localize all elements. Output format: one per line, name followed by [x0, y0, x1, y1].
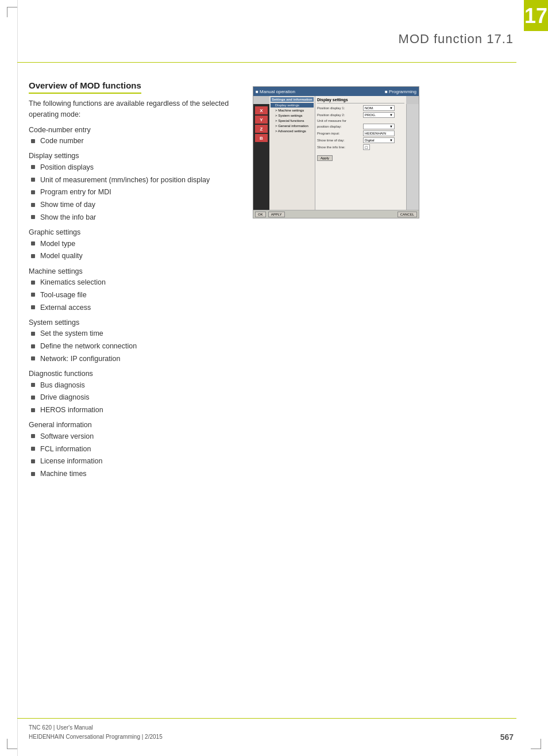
category-list-2: Model typeModel quality	[29, 237, 241, 263]
main-content: Overview of MOD functions The following …	[29, 80, 514, 480]
categories-container: Code-number entryCode numberDisplay sett…	[29, 126, 241, 481]
list-item-2-1: Model quality	[29, 250, 241, 263]
footer-page-number: 567	[500, 732, 514, 742]
field-unit-value: position display: ▼	[317, 124, 404, 129]
list-item-1-1: Unit of measurement (mm/inches) for posi…	[29, 174, 241, 186]
corner-mark-br	[531, 739, 541, 749]
axis-y: Y	[255, 116, 268, 124]
left-column: Overview of MOD functions The following …	[29, 80, 241, 480]
two-col-layout: Overview of MOD functions The following …	[29, 80, 514, 480]
chapter-tab: 17	[524, 0, 548, 31]
screenshot-pos-display: X Y Z B	[253, 104, 269, 210]
field-unit-label: Unit of measure for	[317, 119, 404, 122]
list-item-5-2: HEROS information	[29, 404, 241, 417]
sidebar-advanced-settings[interactable]: > Advanced settings	[271, 129, 314, 133]
list-item-4-2: Network: IP configuration	[29, 352, 241, 365]
dropdown-unit[interactable]: ▼	[363, 124, 395, 129]
ok-button[interactable]: OK	[255, 212, 266, 217]
apply-bottom-button[interactable]: APPLY	[268, 212, 285, 217]
screenshot-titlebar: ■ Manual operation ■ Programming	[253, 87, 419, 96]
list-item-4-1: Define the network connection	[29, 340, 241, 353]
screenshot-title-text: ■ Manual operation	[256, 89, 295, 94]
field-pos-display-2: Position display 2: PROG.▼	[317, 112, 404, 118]
category-list-5: Bus diagnosisDrive diagnosisHEROS inform…	[29, 379, 241, 416]
list-item-6-0: Software version	[29, 430, 241, 443]
intro-text: The following functions are available re…	[29, 98, 241, 120]
screenshot-tab-text: ■ Programming	[385, 89, 416, 94]
header-rule	[17, 62, 516, 63]
input-program[interactable]: HEIDENHAIN	[363, 131, 395, 136]
page-footer: TNC 620 | User's Manual HEIDENHAIN Conve…	[29, 723, 514, 742]
screenshot-sidebar: Settings and information Display setting…	[269, 96, 315, 210]
list-item-6-2: License information	[29, 455, 241, 468]
apply-button[interactable]: Apply	[317, 155, 333, 161]
section-heading: Overview of MOD functions	[29, 80, 141, 94]
footer-rule	[17, 718, 516, 719]
category-label-1: Display settings	[29, 152, 241, 160]
category-label-3: Machine settings	[29, 267, 241, 275]
screenshot-right-panel	[406, 104, 419, 210]
category-label-0: Code-number entry	[29, 126, 241, 134]
page-title: MOD function 17.1	[399, 32, 514, 47]
footer-line2: HEIDENHAIN Conversational Programming | …	[29, 732, 163, 742]
sidebar-settings-label: Settings and information	[271, 97, 314, 102]
category-label-2: Graphic settings	[29, 228, 241, 236]
footer-left: TNC 620 | User's Manual HEIDENHAIN Conve…	[29, 723, 163, 742]
list-item-3-0: Kinematics selection	[29, 277, 241, 289]
category-list-4: Set the system timeDefine the network co…	[29, 328, 241, 365]
field-info-line: Show the info line: ☐	[317, 144, 404, 150]
axis-z: Z	[255, 125, 268, 133]
list-item-4-0: Set the system time	[29, 328, 241, 340]
category-label-5: Diagnostic functions	[29, 370, 241, 378]
screenshot-main-panel: Display settings Position display 1: NOM…	[315, 96, 406, 210]
axis-b: B	[255, 134, 268, 142]
list-item-1-4: Show the info bar	[29, 211, 241, 224]
sidebar-machine-settings[interactable]: > Machine settings	[271, 108, 314, 113]
page-header: MOD function 17.1	[399, 32, 514, 47]
dropdown-pos-display-1[interactable]: NOM.▼	[363, 105, 395, 111]
field-show-time: Show time of day: Digital▼	[317, 137, 404, 143]
axis-x: X	[255, 106, 268, 114]
list-item-3-2: External access	[29, 301, 241, 314]
cancel-button[interactable]: CANCEL	[398, 212, 417, 217]
list-item-0-0: Code number	[29, 135, 241, 148]
list-item-1-2: Program entry for MDI	[29, 186, 241, 199]
list-item-5-0: Bus diagnosis	[29, 379, 241, 392]
category-list-0: Code number	[29, 135, 241, 148]
list-item-1-3: Show time of day	[29, 199, 241, 212]
list-item-6-1: FCL information	[29, 443, 241, 455]
dropdown-time[interactable]: Digital▼	[363, 137, 395, 143]
right-column: ■ Manual operation ■ Programming X Y Z B	[253, 80, 514, 480]
screenshot-panel-title: Display settings	[317, 98, 404, 103]
category-list-6: Software versionFCL informationLicense i…	[29, 430, 241, 480]
left-border	[17, 0, 18, 756]
list-item-3-1: Tool-usage file	[29, 289, 241, 301]
category-label-4: System settings	[29, 318, 241, 327]
corner-mark-tl	[7, 7, 17, 17]
dropdown-pos-display-2[interactable]: PROG.▼	[363, 112, 395, 118]
field-pos-display-1: Position display 1: NOM.▼	[317, 105, 404, 111]
list-item-5-1: Drive diagnosis	[29, 392, 241, 404]
screenshot-bottom-bar: OK APPLY CANCEL	[253, 210, 419, 218]
category-list-1: Position displaysUnit of measurement (mm…	[29, 161, 241, 224]
screenshot: ■ Manual operation ■ Programming X Y Z B	[253, 86, 419, 218]
sidebar-general-info[interactable]: > General information	[271, 124, 314, 128]
list-item-6-3: Machine times	[29, 468, 241, 481]
footer-line1: TNC 620 | User's Manual	[29, 723, 163, 732]
list-item-2-0: Model type	[29, 237, 241, 250]
sidebar-display-settings[interactable]: Display settings	[271, 103, 314, 108]
sidebar-system-settings[interactable]: > System settings	[271, 113, 314, 118]
chapter-number: 17	[524, 0, 547, 31]
corner-mark-bl	[7, 739, 17, 749]
field-program-input: Program input: HEIDENHAIN	[317, 131, 404, 136]
list-item-1-0: Position displays	[29, 161, 241, 174]
sidebar-special-functions[interactable]: > Special functions	[271, 118, 314, 123]
input-info-line[interactable]: ☐	[363, 144, 370, 150]
category-list-3: Kinematics selectionTool-usage fileExter…	[29, 277, 241, 314]
screenshot-body: Settings and information Display setting…	[269, 96, 406, 210]
category-label-6: General information	[29, 421, 241, 429]
